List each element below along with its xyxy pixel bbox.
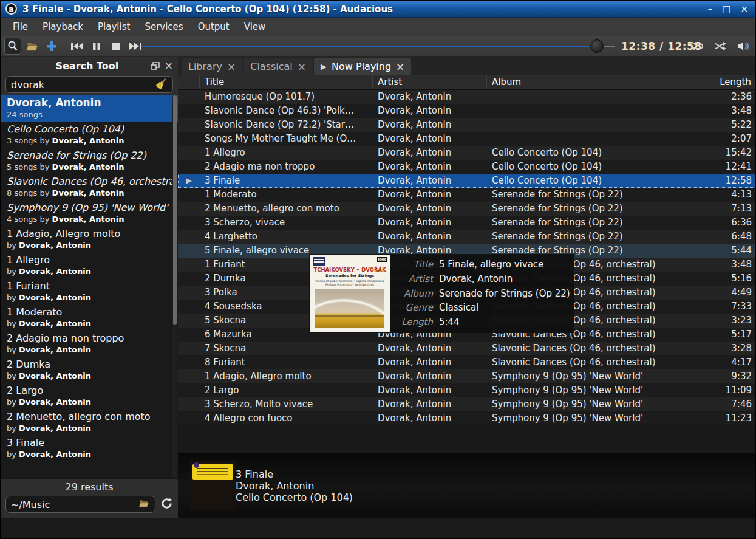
table-row[interactable]: ▶3 FinaleDvorak, AntoninCello Concerto (… <box>178 174 756 188</box>
table-row[interactable]: 8 FuriantDvorak, AntoninSlavonic Dances … <box>178 355 756 369</box>
shuffle-button[interactable] <box>712 38 729 55</box>
search-input[interactable] <box>5 76 173 93</box>
table-row[interactable]: Slavonic Dance (Op 72.2) 'Star…Dvorak, A… <box>178 118 756 132</box>
add-files-button[interactable] <box>43 38 60 55</box>
row-artist: Dvorak, Antonin <box>373 369 487 383</box>
result-subtitle: by Dvorak, Antonin <box>7 292 172 303</box>
tab-label: Now Playing <box>332 61 391 72</box>
results-count: 29 results <box>1 479 178 496</box>
stop-button[interactable] <box>107 38 124 55</box>
column-header-title[interactable]: Title <box>200 75 373 89</box>
volume-button[interactable] <box>735 38 752 55</box>
column-header-spacer[interactable] <box>670 75 692 89</box>
clear-search-icon[interactable] <box>155 77 168 92</box>
column-header-artist[interactable]: Artist <box>373 75 487 89</box>
search-result-album[interactable]: Slavonic Dances (Op 46, orchestra 8 song… <box>1 174 178 200</box>
search-result-album[interactable]: Serenade for Strings (Op 22) 5 songs by … <box>1 148 178 174</box>
row-album: Serenade for Strings (Op 22) <box>487 188 670 202</box>
undock-panel-icon[interactable] <box>151 62 160 70</box>
refresh-library-icon[interactable] <box>160 497 173 512</box>
row-album: Cello Concerto (Op 104) <box>487 146 670 160</box>
seek-track[interactable] <box>141 46 615 47</box>
shuffle-icon <box>713 41 727 51</box>
tab-classical[interactable]: Classical× <box>243 58 313 75</box>
search-result-song[interactable]: 1 Allegro by Dvorak, Antonin <box>1 252 178 278</box>
menu-output[interactable]: Output <box>191 19 237 35</box>
search-result-song[interactable]: 2 Largo by Dvorak, Antonin <box>1 383 178 409</box>
volume-icon <box>737 41 750 52</box>
maximize-button[interactable]: □ <box>722 3 730 15</box>
table-row[interactable]: 3 Scherzo, vivaceDvorak, AntoninSerenade… <box>178 216 756 230</box>
column-header-length[interactable]: Length <box>692 75 756 89</box>
now-playing-artist: Dvorak, Antonin <box>236 480 353 492</box>
search-result-song[interactable]: 1 Adagio, Allegro molto by Dvorak, Anton… <box>1 226 178 252</box>
table-row[interactable]: 3 Scherzo, Molto vivaceDvorak, AntoninSy… <box>178 397 756 411</box>
result-title: Symphony 9 (Op 95) 'New World' <box>7 201 172 214</box>
table-row[interactable]: 1 Adagio, Allegro moltoDvorak, AntoninSy… <box>178 369 756 383</box>
search-result-album[interactable]: Symphony 9 (Op 95) 'New World' 4 songs b… <box>1 200 178 226</box>
tab-close-icon[interactable]: × <box>298 63 306 71</box>
row-length: 5:44 <box>692 244 756 258</box>
tab-close-icon[interactable]: × <box>396 63 404 71</box>
row-playing-indicator <box>178 286 200 300</box>
table-row[interactable]: Songs My Mother Taught Me (O…Dvorak, Ant… <box>178 132 756 146</box>
minimize-button[interactable]: – <box>708 3 713 15</box>
menu-playlist[interactable]: Playlist <box>90 19 137 35</box>
table-row[interactable]: 1 ModeratoDvorak, AntoninSerenade for St… <box>178 188 756 202</box>
sidebar-scrollbar-thumb[interactable] <box>173 95 177 325</box>
sidebar-scrollbar[interactable] <box>172 95 177 478</box>
menu-playback[interactable]: Playback <box>35 19 90 35</box>
search-tool-button[interactable] <box>4 38 21 55</box>
open-files-button[interactable] <box>24 38 41 55</box>
table-row[interactable]: 4 LarghettoDvorak, AntoninSerenade for S… <box>178 230 756 244</box>
search-input-field[interactable] <box>11 79 155 91</box>
row-playing-indicator <box>178 314 200 328</box>
table-row[interactable]: 2 LargoDvorak, AntoninSymphony 9 (Op 95)… <box>178 383 756 397</box>
row-spacer <box>670 160 692 174</box>
row-playing-indicator <box>178 104 200 118</box>
row-length: 7:13 <box>692 202 756 216</box>
menu-file[interactable]: File <box>5 19 35 35</box>
library-path-field[interactable] <box>11 499 138 510</box>
table-row[interactable]: Humoresque (Op 101.7)Dvorak, Antonin2:36 <box>178 90 756 104</box>
repeat-button[interactable] <box>689 38 706 55</box>
close-panel-icon[interactable]: × <box>165 62 173 70</box>
library-path-input[interactable] <box>5 496 155 513</box>
row-length: 2:36 <box>692 90 756 104</box>
choose-folder-icon[interactable] <box>138 499 150 510</box>
row-playing-indicator <box>178 230 200 244</box>
search-result-song[interactable]: 1 Moderato by Dvorak, Antonin <box>1 304 178 331</box>
menu-view[interactable]: View <box>237 19 273 35</box>
row-artist: Dvorak, Antonin <box>373 118 487 132</box>
tab-close-icon[interactable]: × <box>227 63 236 71</box>
close-button[interactable]: × <box>740 3 748 15</box>
tooltip-field: Length5:44 <box>393 315 570 329</box>
tab-library[interactable]: Library× <box>182 58 242 75</box>
table-row[interactable]: Slavonic Dance (Op 46.3) 'Polk…Dvorak, A… <box>178 104 756 118</box>
table-row[interactable]: 1 AllegroDvorak, AntoninCello Concerto (… <box>178 146 756 160</box>
table-row[interactable]: 2 Adagio ma non troppoDvorak, AntoninCel… <box>178 160 756 174</box>
table-row[interactable]: 4 Allegro con fuocoDvorak, AntoninSympho… <box>178 411 756 425</box>
search-result-song[interactable]: 2 Menuetto, allegro con moto by Dvorak, … <box>1 409 178 435</box>
previous-button[interactable] <box>69 38 86 55</box>
table-row[interactable]: 2 Menuetto, allegro con motoDvorak, Anto… <box>178 202 756 216</box>
seek-slider[interactable] <box>141 36 615 57</box>
search-result-song[interactable]: 3 Finale by Dvorak, Antonin <box>1 435 178 461</box>
search-result-artist[interactable]: Dvorak, Antonin 24 songs <box>1 95 178 122</box>
ddd-badge: DDD <box>377 257 387 262</box>
menu-services[interactable]: Services <box>137 19 190 35</box>
search-result-song[interactable]: 2 Adagio ma non troppo by Dvorak, Antoni… <box>1 331 178 357</box>
table-row[interactable]: 7 SkocnaDvorak, AntoninSlavonic Dances (… <box>178 342 756 355</box>
column-header-album[interactable]: Album <box>487 75 670 89</box>
now-playing-album-art <box>190 461 236 511</box>
naxos-logo <box>313 257 325 266</box>
search-result-song[interactable]: 2 Dumka by Dvorak, Antonin <box>1 357 178 383</box>
search-result-album[interactable]: Cello Concerto (Op 104) 3 songs by Dvora… <box>1 122 178 148</box>
seek-handle[interactable] <box>590 39 604 53</box>
search-result-song[interactable]: 1 Furiant by Dvorak, Antonin <box>1 278 178 304</box>
pause-button[interactable] <box>88 38 105 55</box>
column-header-spacer[interactable] <box>178 75 200 89</box>
tab-now-playing[interactable]: ▶Now Playing× <box>314 58 411 75</box>
row-title: 4 Larghetto <box>200 230 373 244</box>
titlebar[interactable]: a 3 Finale - Dvorak, Antonin - Cello Con… <box>1 1 755 18</box>
